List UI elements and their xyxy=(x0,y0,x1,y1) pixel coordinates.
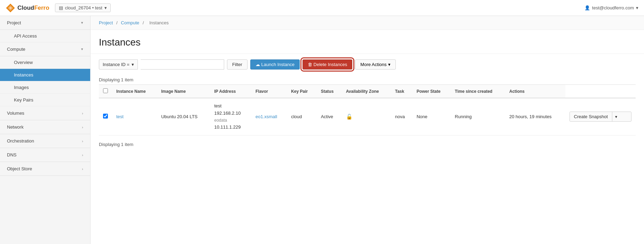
row-lock: 🔓 xyxy=(342,98,391,135)
sidebar-dns-header[interactable]: DNS › xyxy=(0,148,90,162)
displaying-top: Displaying 1 item xyxy=(91,75,644,84)
flavor-link[interactable]: eo1.xsmall xyxy=(256,114,277,119)
header-key-pair: Key Pair xyxy=(287,85,316,98)
sidebar-item-api-access[interactable]: API Access xyxy=(0,30,90,42)
trash-icon: 🗑 xyxy=(308,62,314,67)
lock-icon: 🔓 xyxy=(346,114,353,120)
table-row: test Ubuntu 20.04 LTS test 192.168.2.10 … xyxy=(99,98,636,135)
user-email: test@cloudferro.com xyxy=(592,5,634,10)
header-image-name: Image Name xyxy=(157,85,210,98)
row-checkbox-cell xyxy=(99,98,112,135)
breadcrumb: Project / Compute / Instances xyxy=(91,16,644,30)
header-task: Task xyxy=(391,85,413,98)
row-availability-zone: nova xyxy=(391,98,413,135)
ip-main: test xyxy=(214,103,247,110)
sidebar-project-header[interactable]: Project ▾ xyxy=(0,16,90,30)
sidebar-volumes-header[interactable]: Volumes › xyxy=(0,106,90,120)
table-wrapper: Instance Name Image Name IP Address Flav… xyxy=(91,84,644,136)
top-nav: CloudFerro ▤ cloud_26704 • test ▾ 👤 test… xyxy=(0,0,644,16)
header-actions: Actions xyxy=(505,85,565,98)
breadcrumb-sep1: / xyxy=(116,20,119,25)
more-actions-chevron-icon: ▾ xyxy=(388,62,391,67)
header-ip-address: IP Address xyxy=(210,85,251,98)
header-instance-name: Instance Name xyxy=(112,85,157,98)
row-flavor: eo1.xsmall xyxy=(251,98,287,135)
sidebar-item-overview[interactable]: Overview xyxy=(0,56,90,69)
row-power-state: Running xyxy=(451,98,505,135)
row-instance-name: test xyxy=(112,98,157,135)
instance-name-link[interactable]: test xyxy=(116,114,124,119)
orchestration-chevron-icon: › xyxy=(82,139,83,143)
row-status: Active xyxy=(317,98,342,135)
instances-table: Instance Name Image Name IP Address Flav… xyxy=(99,84,636,136)
delete-instances-button[interactable]: 🗑 Delete Instances xyxy=(303,59,352,70)
ip-line2: 10.111.1.229 xyxy=(214,124,247,131)
launch-instance-button[interactable]: ☁ Launch Instance xyxy=(250,59,300,70)
row-time-since-created: 20 hours, 19 minutes xyxy=(505,98,565,135)
ip-label: eodata xyxy=(214,117,247,124)
ip-line1: 192.168.2.10 xyxy=(214,110,247,117)
page-title: Instances xyxy=(91,30,644,54)
toolbar: Instance ID = ▾ Filter ☁ Launch Instance… xyxy=(91,54,644,75)
row-key-pair: cloud xyxy=(287,98,316,135)
sidebar-item-images[interactable]: Images xyxy=(0,81,90,94)
user-icon: 👤 xyxy=(584,5,590,10)
top-nav-left: CloudFerro ▤ cloud_26704 • test ▾ xyxy=(6,3,111,13)
filter-button[interactable]: Filter xyxy=(227,59,248,70)
main-layout: Project ▾ API Access Compute ▾ Overview … xyxy=(0,16,644,244)
sidebar-orchestration-header[interactable]: Orchestration › xyxy=(0,134,90,148)
logo-text: CloudFerro xyxy=(17,5,49,11)
breadcrumb-instances: Instances xyxy=(149,20,169,25)
ip-block: test 192.168.2.10 eodata 10.111.1.229 xyxy=(214,103,247,131)
filter-input[interactable] xyxy=(141,59,224,70)
row-actions: Create Snapshot ▾ xyxy=(565,98,636,135)
sidebar: Project ▾ API Access Compute ▾ Overview … xyxy=(0,16,91,244)
breadcrumb-project[interactable]: Project xyxy=(99,20,113,25)
cloud-selector[interactable]: ▤ cloud_26704 • test ▾ xyxy=(55,3,111,12)
table-header-row: Instance Name Image Name IP Address Flav… xyxy=(99,85,636,98)
filter-dropdown[interactable]: Instance ID = ▾ xyxy=(99,59,138,70)
header-checkbox-col xyxy=(99,85,112,98)
logo-icon xyxy=(6,3,15,13)
dns-chevron-icon: › xyxy=(82,153,83,157)
row-image-name: Ubuntu 20.04 LTS xyxy=(157,98,210,135)
header-time-since-created: Time since created xyxy=(451,85,505,98)
volumes-chevron-icon: › xyxy=(82,111,83,115)
cloud-upload-icon: ☁ xyxy=(256,62,261,67)
breadcrumb-sep2: / xyxy=(143,20,145,25)
row-checkbox[interactable] xyxy=(103,114,108,119)
user-menu[interactable]: 👤 test@cloudferro.com ▾ xyxy=(584,5,638,10)
create-snapshot-button[interactable]: Create Snapshot xyxy=(570,112,613,121)
row-ip-address: test 192.168.2.10 eodata 10.111.1.229 xyxy=(210,98,251,135)
user-chevron: ▾ xyxy=(636,5,638,10)
sidebar-object-store-header[interactable]: Object Store › xyxy=(0,162,90,176)
cloud-selector-label: cloud_26704 • test xyxy=(65,5,102,10)
displaying-bottom: Displaying 1 item xyxy=(91,140,644,149)
breadcrumb-compute[interactable]: Compute xyxy=(121,20,139,25)
action-button-group: Create Snapshot ▾ xyxy=(570,112,632,122)
header-availability-zone: Availability Zone xyxy=(342,85,391,98)
network-chevron-icon: › xyxy=(82,125,83,129)
sidebar-item-key-pairs[interactable]: Key Pairs xyxy=(0,94,90,106)
sidebar-item-instances[interactable]: Instances xyxy=(0,69,90,81)
more-actions-button[interactable]: More Actions ▾ xyxy=(355,59,395,70)
select-all-checkbox[interactable] xyxy=(103,88,108,93)
cloud-icon: ▤ xyxy=(59,5,63,10)
logo: CloudFerro xyxy=(6,3,49,13)
cloud-selector-chevron: ▾ xyxy=(104,5,107,10)
filter-dropdown-chevron-icon: ▾ xyxy=(132,62,134,67)
sidebar-compute-header[interactable]: Compute ▾ xyxy=(0,42,90,56)
header-flavor: Flavor xyxy=(251,85,287,98)
content-area: Project / Compute / Instances Instances … xyxy=(91,16,644,244)
header-power-state: Power State xyxy=(413,85,451,98)
project-chevron-icon: ▾ xyxy=(81,21,83,25)
compute-chevron-icon: ▾ xyxy=(81,47,83,51)
create-snapshot-dropdown-button[interactable]: ▾ xyxy=(612,112,620,121)
object-store-chevron-icon: › xyxy=(82,167,83,171)
header-status: Status xyxy=(317,85,342,98)
sidebar-network-header[interactable]: Network › xyxy=(0,120,90,134)
filter-dropdown-label: Instance ID = xyxy=(103,62,129,67)
row-task: None xyxy=(413,98,451,135)
